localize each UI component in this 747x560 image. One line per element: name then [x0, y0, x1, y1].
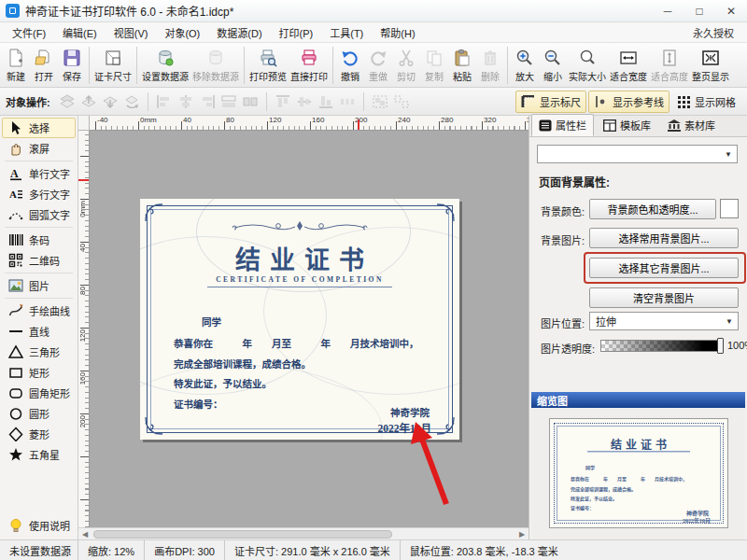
svg-text:A: A — [10, 167, 19, 180]
whole-page-icon — [701, 48, 720, 69]
horizontal-scrollbar[interactable]: ◀ ▶ — [78, 527, 529, 539]
minimize-button[interactable]: ─ — [652, 0, 684, 21]
select-arrow-icon — [8, 120, 23, 135]
tool-rectangle[interactable]: 矩形 — [2, 362, 76, 383]
zoom-in-button[interactable]: 放大 — [511, 45, 539, 86]
properties-list-icon — [539, 119, 552, 132]
status-mouse-position: 鼠标位置: 203.8 毫米, -18.3 毫米 — [401, 540, 568, 560]
tool-circle[interactable]: 圆形 — [2, 403, 76, 424]
show-guides-toggle[interactable]: 显示参考线 — [588, 91, 669, 113]
template-library-icon — [603, 119, 616, 132]
zoom-out-button[interactable]: 缩小 — [539, 45, 567, 86]
design-canvas[interactable]: 结业证书 CERTIFICATE OF COMPLETION 同学 恭喜你在 年… — [90, 131, 529, 527]
align-left-icon — [155, 93, 174, 110]
same-width-icon — [219, 93, 238, 110]
ruler-label: 200 — [78, 415, 87, 427]
bg-image-label: 背景图片: — [541, 232, 585, 247]
scroll-left-arrow[interactable]: ◀ — [78, 528, 92, 539]
close-button[interactable]: ✕ — [715, 0, 747, 21]
bg-image-other-button[interactable]: 选择其它背景图片... — [589, 258, 739, 278]
scrollbar-thumb[interactable] — [93, 530, 392, 539]
properties-panel: 属性栏 模板库 素材库 ▼ 页面背景属性: 背景颜色: 背景颜色和透明度... … — [529, 116, 747, 539]
open-button[interactable]: 打开 — [30, 45, 58, 86]
opacity-slider[interactable] — [600, 340, 722, 352]
set-datasource-button[interactable]: 设置数据源 — [140, 45, 190, 86]
image-position-select[interactable]: 拉伸 ▼ — [589, 312, 739, 330]
direct-print-button[interactable]: 直接打印 — [289, 45, 330, 86]
tool-pan[interactable]: 滚屏 — [2, 138, 76, 159]
redo-icon — [369, 48, 388, 69]
undo-button[interactable]: 撤销 — [336, 45, 364, 86]
tab-template-library[interactable]: 模板库 — [596, 114, 658, 136]
license-badge: 永久授权 — [693, 25, 743, 40]
help-button[interactable]: 使用说明 — [2, 515, 76, 536]
ruler-label: 320 — [484, 116, 496, 124]
whole-page-button[interactable]: 整页显示 — [690, 45, 731, 86]
fit-width-icon — [619, 48, 638, 69]
zoom-in-icon — [515, 48, 534, 69]
tool-freehand-curve[interactable]: 手绘曲线 — [2, 301, 76, 321]
actual-size-button[interactable]: 实际大小 — [567, 45, 608, 86]
certificate-title: 结业证书 — [140, 240, 459, 276]
printer-icon — [300, 48, 318, 69]
menu-file[interactable]: 文件(F) — [4, 22, 54, 43]
toolbar-separator — [332, 47, 333, 84]
menu-view[interactable]: 视图(V) — [106, 22, 157, 43]
tool-star[interactable]: 五角星 — [2, 444, 76, 465]
material-library-icon — [668, 119, 681, 132]
show-grid-toggle[interactable]: 显示网格 — [671, 91, 741, 113]
scroll-right-arrow[interactable]: ▶ — [515, 528, 529, 539]
maximize-button[interactable]: □ — [684, 0, 715, 21]
tab-material-library[interactable]: 素材库 — [660, 114, 723, 136]
tool-triangle[interactable]: 三角形 — [2, 342, 76, 362]
thumbnail-preview[interactable]: 结业证书 同学 恭喜你在 年 月至 年 月技术培训中， 完成全部培训课程，成绩合… — [549, 418, 728, 528]
save-button[interactable]: 保存 — [58, 45, 86, 86]
tool-select[interactable]: 选择 — [2, 118, 76, 138]
scissors-icon — [397, 48, 416, 69]
menu-print[interactable]: 打印(P) — [271, 22, 322, 43]
bg-image-clear-button[interactable]: 清空背景图片 — [589, 287, 739, 308]
card-size-button[interactable]: 证卡尺寸 — [92, 45, 134, 86]
menu-object[interactable]: 对象(O) — [156, 22, 208, 43]
canvas-column: -40 0mm 40 80 120 160 200 240 280 320 36… — [78, 116, 529, 539]
horizontal-ruler: -40 0mm 40 80 120 160 200 240 280 320 36… — [90, 116, 529, 131]
tool-image[interactable]: 图片 — [2, 275, 76, 296]
new-button[interactable]: 新建 — [2, 45, 30, 86]
tool-barcode[interactable]: 条码 — [2, 230, 76, 250]
show-ruler-toggle[interactable]: 显示标尺 — [515, 91, 586, 113]
tool-rounded-rectangle[interactable]: 圆角矩形 — [2, 383, 76, 403]
object-selector-dropdown[interactable]: ▼ — [537, 145, 738, 163]
tab-properties[interactable]: 属性栏 — [531, 114, 594, 136]
opacity-slider-handle[interactable] — [717, 338, 724, 354]
tool-qrcode[interactable]: 二维码 — [2, 250, 76, 271]
bg-color-button[interactable]: 背景颜色和透明度... — [589, 199, 716, 219]
tool-diamond[interactable]: 菱形 — [2, 424, 76, 444]
pen-curve-icon — [8, 303, 23, 318]
tool-line[interactable]: 直线 — [2, 321, 76, 342]
tool-arc-text[interactable]: 圆弧文字 — [2, 204, 76, 225]
send-back-icon — [101, 93, 120, 110]
bg-color-swatch[interactable] — [720, 199, 739, 218]
image-icon — [8, 278, 23, 293]
sidebar-separator — [5, 298, 73, 299]
red-pointer-arrow — [407, 422, 459, 511]
menu-edit[interactable]: 编辑(E) — [54, 22, 106, 43]
paste-button[interactable]: 粘贴 — [448, 45, 476, 86]
objectbar-separator — [266, 92, 267, 111]
ruler-label: 0mm — [140, 116, 157, 124]
scrollbar-track[interactable] — [92, 529, 515, 539]
ruler-label: 160 — [312, 116, 324, 124]
fit-width-button[interactable]: 适合宽度 — [608, 45, 649, 86]
tool-multi-line-text[interactable]: A 多行文字 — [2, 184, 76, 204]
certificate-subtitle: CERTIFICATE OF COMPLETION — [140, 275, 459, 284]
certificate-issuer: 神奇学院 — [390, 405, 430, 419]
print-preview-icon — [259, 48, 277, 69]
tool-single-line-text[interactable]: A 单行文字 — [2, 163, 76, 184]
certificate-page[interactable]: 结业证书 CERTIFICATE OF COMPLETION 同学 恭喜你在 年… — [140, 199, 459, 440]
menu-datasource[interactable]: 数据源(D) — [208, 22, 270, 43]
menu-help[interactable]: 帮助(H) — [372, 22, 423, 43]
objectbar-separator — [148, 92, 148, 111]
print-preview-button[interactable]: 打印预览 — [247, 45, 289, 86]
bg-image-common-button[interactable]: 选择常用背景图片... — [589, 228, 739, 248]
menu-tools[interactable]: 工具(T) — [321, 22, 372, 43]
